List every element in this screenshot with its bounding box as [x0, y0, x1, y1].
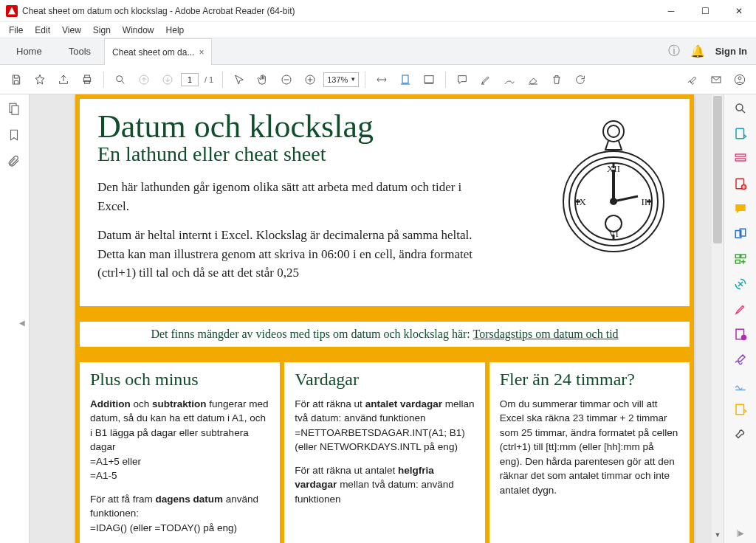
intro-paragraph-2: Datum är heltal internt i Excel. Klocksl…: [97, 226, 474, 283]
col3-title: Fler än 24 timmar?: [500, 370, 679, 390]
svg-point-28: [611, 198, 616, 204]
svg-point-12: [738, 77, 741, 80]
col2-p2: För att räkna ut antalet helgfria vardag…: [295, 463, 474, 507]
draw-icon[interactable]: [499, 69, 520, 90]
redact-icon[interactable]: [732, 301, 749, 317]
zoom-out-icon[interactable]: [276, 69, 297, 90]
attachment-icon[interactable]: [7, 155, 22, 170]
tip-link[interactable]: Torsdagstips om datum och tid: [472, 328, 618, 340]
create-pdf-icon[interactable]: [732, 176, 749, 192]
tab-document[interactable]: Cheat sheet om da... ×: [104, 38, 212, 65]
star-icon[interactable]: [30, 69, 50, 90]
add-comment-icon[interactable]: [732, 201, 749, 217]
menu-window[interactable]: Window: [118, 24, 159, 37]
svg-point-16: [608, 125, 619, 137]
svg-text:III: III: [642, 196, 651, 207]
more-tools-icon[interactable]: [732, 426, 749, 443]
search-tool-icon[interactable]: [732, 100, 749, 117]
share-icon[interactable]: [53, 69, 74, 90]
zoom-in-icon[interactable]: [300, 69, 320, 90]
zoom-select[interactable]: 137%▼: [323, 72, 359, 87]
tab-home[interactable]: Home: [3, 38, 55, 64]
zoom-value: 137%: [327, 75, 348, 84]
menu-help[interactable]: Help: [162, 24, 189, 37]
combine-icon[interactable]: [732, 226, 749, 242]
minimize-button[interactable]: ─: [654, 0, 688, 22]
svg-rect-38: [735, 255, 740, 258]
hand-tool-icon[interactable]: [252, 69, 273, 90]
email-icon[interactable]: [706, 69, 726, 90]
svg-rect-33: [735, 159, 746, 161]
fill-sign-icon[interactable]: [732, 351, 749, 367]
tab-close-button[interactable]: ×: [199, 47, 204, 58]
menu-edit[interactable]: Edit: [30, 24, 55, 37]
svg-text:VI: VI: [608, 228, 619, 239]
svg-rect-1: [85, 75, 90, 77]
convert-icon[interactable]: [732, 401, 749, 418]
bookmark-icon[interactable]: [7, 128, 22, 143]
svg-point-30: [736, 104, 743, 111]
tip-text: Det finns mängder av videos med tips om …: [151, 328, 472, 340]
maximize-button[interactable]: ☐: [688, 0, 722, 22]
svg-rect-14: [12, 106, 18, 114]
scroll-down-icon[interactable]: ▼: [712, 531, 724, 543]
col2-title: Vardagar: [295, 370, 474, 390]
svg-rect-40: [735, 260, 740, 264]
delete-icon[interactable]: [546, 69, 567, 90]
svg-point-42: [740, 335, 746, 341]
arrow-tool-icon[interactable]: [229, 69, 250, 90]
menu-view[interactable]: View: [58, 24, 86, 37]
pocket-watch-image: XII III VI IX: [558, 117, 669, 257]
prev-page-icon[interactable]: [134, 69, 154, 90]
comment-icon[interactable]: [452, 69, 472, 90]
svg-point-3: [117, 75, 123, 81]
svg-rect-31: [736, 128, 744, 139]
app-icon: [6, 5, 18, 17]
svg-rect-39: [740, 255, 745, 258]
vertical-scrollbar[interactable]: ▲ ▼: [712, 94, 724, 543]
tab-document-label: Cheat sheet om da...: [112, 47, 194, 58]
col3-p1: Om du summerar timmar och vill att Excel…: [500, 397, 679, 498]
close-window-button[interactable]: ✕: [722, 0, 756, 22]
organize-icon[interactable]: [732, 251, 749, 267]
notification-bell-icon[interactable]: 🔔: [690, 44, 705, 58]
help-icon[interactable]: ⓘ: [668, 44, 680, 59]
svg-rect-9: [425, 75, 433, 82]
tab-tools[interactable]: Tools: [55, 38, 104, 64]
highlight-icon[interactable]: [475, 69, 496, 90]
sign-tool-icon[interactable]: [682, 69, 703, 90]
menu-sign[interactable]: Sign: [89, 24, 115, 37]
reading-mode-icon[interactable]: [419, 69, 439, 90]
signin-button[interactable]: Sign In: [715, 46, 747, 57]
fit-page-icon[interactable]: [395, 69, 416, 90]
protect-icon[interactable]: [732, 326, 749, 342]
next-page-icon[interactable]: [157, 69, 178, 90]
scroll-thumb[interactable]: [713, 96, 722, 243]
collapse-left-icon[interactable]: ◀: [19, 319, 25, 327]
svg-rect-8: [402, 75, 408, 83]
print-icon[interactable]: [77, 69, 97, 90]
menu-file[interactable]: File: [4, 24, 27, 37]
expand-right-icon[interactable]: |▶: [736, 529, 744, 537]
col1-title: Plus och minus: [90, 370, 269, 390]
svg-text:IX: IX: [576, 196, 586, 207]
export-pdf-icon[interactable]: [732, 125, 749, 142]
window-title: Cheat sheet om datum och klockslag - Ado…: [22, 6, 654, 16]
find-icon[interactable]: [110, 69, 131, 90]
page-total: / 1: [205, 75, 213, 84]
save-icon[interactable]: [6, 69, 27, 90]
request-sign-icon[interactable]: [732, 376, 749, 392]
erase-icon[interactable]: [523, 69, 543, 90]
edit-pdf-icon[interactable]: [732, 151, 749, 167]
page-number-input[interactable]: [181, 73, 199, 86]
thumbnails-icon[interactable]: [7, 102, 22, 117]
col1-p1: Addition och subtraktion fungerar med da…: [90, 397, 269, 483]
intro-paragraph-1: Den här lathunden går igenom olika sätt …: [97, 178, 474, 215]
profile-icon[interactable]: [729, 69, 750, 90]
rotate-icon[interactable]: [570, 69, 591, 90]
svg-point-15: [603, 121, 624, 142]
pdf-page: Datum och klockslag En lathund eller che…: [75, 94, 694, 543]
fit-width-icon[interactable]: [371, 69, 392, 90]
tip-banner: Det finns mängder av videos med tips om …: [80, 321, 690, 347]
compress-icon[interactable]: [732, 276, 749, 292]
